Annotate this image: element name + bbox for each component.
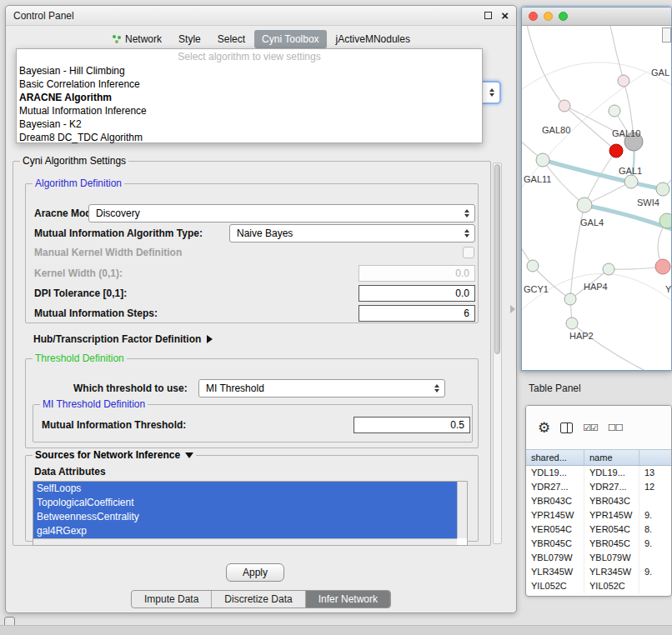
aracne-mode-select[interactable]: Discovery: [88, 204, 475, 222]
network-graph[interactable]: GALGAL80GAL10GAL1GAL11SWI4GAL4GCY1HAP4YH…: [522, 26, 671, 371]
network-node-gal11[interactable]: [536, 153, 549, 167]
deselect-all-icon[interactable]: ☐☐: [608, 422, 623, 433]
network-edge[interactable]: [543, 160, 663, 189]
network-edge[interactable]: [533, 266, 570, 299]
network-window-titlebar[interactable]: [522, 8, 671, 26]
minimize-traffic-light-icon[interactable]: [544, 12, 553, 21]
tab-network[interactable]: Network: [104, 30, 169, 48]
mi-type-select[interactable]: Naive Bayes: [229, 224, 475, 242]
table-row[interactable]: YBR045CYBR045C9.: [526, 537, 671, 551]
dropdown-option-bayesian-hill-climbing[interactable]: Bayesian - Hill Climbing: [17, 64, 482, 78]
network-node-gal80[interactable]: [559, 100, 570, 112]
settings-scrollbar-thumb[interactable]: [494, 164, 500, 354]
columns-icon[interactable]: [560, 422, 573, 433]
network-node-node-b[interactable]: [609, 105, 620, 117]
table-row[interactable]: YBL079WYBL079W: [526, 551, 671, 565]
tab-infer-network[interactable]: Infer Network: [306, 591, 390, 608]
network-node-swi4[interactable]: [656, 182, 669, 196]
table-row[interactable]: YER054CYER054C8.: [526, 522, 671, 537]
mi-threshold-title: MI Threshold Definition: [40, 398, 148, 410]
dropdown-option-dream8-dc-tdc-algorithm[interactable]: Dream8 DC_TDC Algorithm: [17, 131, 482, 144]
mi-steps-field[interactable]: 6: [359, 305, 475, 322]
network-node-gal4[interactable]: [577, 198, 592, 212]
manual-kernel-label: Manual Kernel Width Definition: [34, 247, 182, 258]
network-node-gal1[interactable]: [624, 175, 638, 188]
attribute-item-betweennesscentrality[interactable]: BetweennessCentrality: [33, 510, 457, 524]
network-node-hap4[interactable]: [564, 293, 576, 305]
network-node-green-node[interactable]: [659, 213, 671, 228]
attribute-item-gal4rgexp[interactable]: gal4RGexp: [33, 524, 457, 538]
network-scroll-corner[interactable]: [662, 28, 671, 42]
dropdown-option-basic-correlation-inference[interactable]: Basic Correlation Inference: [17, 78, 482, 91]
attribute-list-hscrollbar[interactable]: [33, 538, 457, 545]
table-cell: YER054C: [584, 522, 639, 537]
network-node-gcy1[interactable]: [527, 260, 539, 272]
dropdown-option-aracne-algorithm[interactable]: ARACNE Algorithm: [17, 91, 482, 104]
kernel-width-field[interactable]: 0.0: [359, 265, 475, 282]
network-node-node-a[interactable]: [618, 75, 629, 87]
table-cell: YER054C: [526, 522, 584, 537]
bottom-panel-strip: [0, 625, 672, 635]
tab-jactivemnodules[interactable]: jActiveMNodules: [328, 30, 418, 48]
network-canvas[interactable]: GALGAL80GAL10GAL1GAL11SWI4GAL4GCY1HAP4YH…: [522, 26, 671, 370]
dropdown-option-bayesian-k2[interactable]: Bayesian - K2: [17, 118, 482, 131]
table-row[interactable]: YBR043CYBR043C: [526, 494, 671, 508]
network-edge[interactable]: [522, 62, 671, 97]
table-row[interactable]: YDL19...YDL19...13: [526, 466, 671, 480]
column-header-shared[interactable]: shared...: [526, 450, 584, 465]
dpi-tolerance-field[interactable]: 0.0: [359, 285, 475, 302]
table-header: shared...name: [526, 449, 671, 466]
tab-impute-data[interactable]: Impute Data: [132, 591, 212, 608]
tab-style[interactable]: Style: [171, 30, 208, 48]
table-row[interactable]: YDR27...YDR27...12: [526, 480, 671, 494]
network-edge[interactable]: [609, 267, 663, 269]
network-icon: [112, 34, 122, 44]
gear-icon[interactable]: ⚙: [538, 421, 550, 435]
attribute-list-vscrollbar[interactable]: [457, 482, 467, 538]
table-cell: YIL052C: [584, 579, 639, 593]
network-node-red-node[interactable]: [609, 144, 623, 158]
which-threshold-select[interactable]: MI Threshold: [198, 379, 445, 398]
table-body: YDL19...YDL19...13YDR27...YDR27...12YBR0…: [526, 466, 671, 593]
attribute-item-selfloops[interactable]: SelfLoops: [33, 482, 457, 496]
mi-threshold-value: 0.5: [450, 419, 464, 431]
attribute-items: SelfLoopsTopologicalCoefficientBetweenne…: [33, 482, 457, 538]
table-cell: YLR345W: [526, 565, 584, 579]
network-edge[interactable]: [609, 26, 624, 81]
mi-threshold-field[interactable]: 0.5: [354, 417, 470, 433]
tab-select[interactable]: Select: [210, 30, 253, 48]
network-node-hap2[interactable]: [566, 318, 578, 329]
settings-scrollbar[interactable]: [493, 162, 502, 544]
table-cell: YIL052C: [526, 579, 584, 593]
tab-cyni-toolbox[interactable]: Cyni Toolbox: [254, 30, 326, 48]
tab-discretize-data[interactable]: Discretize Data: [212, 591, 305, 608]
table-cell: 8.: [639, 522, 672, 537]
apply-button[interactable]: Apply: [226, 563, 284, 582]
column-header-name[interactable]: name: [584, 450, 639, 465]
sources-title-toggle[interactable]: Sources for Network Inference: [33, 449, 196, 461]
table-cell: YBR043C: [526, 494, 584, 508]
network-edge[interactable]: [526, 26, 564, 106]
table-row[interactable]: YLR345WYLR345W9.: [526, 565, 671, 579]
kernel-width-value: 0.0: [455, 268, 469, 279]
select-all-icon[interactable]: ☑☑: [583, 422, 598, 433]
close-traffic-light-icon[interactable]: [529, 12, 538, 21]
zoom-traffic-light-icon[interactable]: [559, 12, 568, 21]
settings-group-title: Cyni Algorithm Settings: [20, 155, 128, 167]
manual-kernel-checkbox[interactable]: [463, 247, 474, 258]
panel-splitter-handle[interactable]: [510, 305, 515, 313]
network-view-window: GALGAL80GAL10GAL1GAL11SWI4GAL4GCY1HAP4YH…: [521, 7, 672, 371]
float-window-icon[interactable]: [484, 12, 492, 19]
attribute-item-topologicalcoefficient[interactable]: TopologicalCoefficient: [33, 496, 457, 510]
hub-section-toggle[interactable]: Hub/Transcription Factor Definition: [33, 333, 213, 345]
table-row[interactable]: YIL052CYIL052C: [526, 579, 671, 593]
close-icon[interactable]: ×: [501, 12, 509, 20]
mi-type-value: Naive Bayes: [237, 228, 293, 239]
data-attributes-list[interactable]: SelfLoopsTopologicalCoefficientBetweenne…: [33, 481, 468, 546]
network-node-node-c[interactable]: [603, 263, 614, 275]
table-cell: YDL19...: [526, 466, 584, 480]
network-node-pink-node[interactable]: [655, 259, 670, 274]
column-header-extra[interactable]: [639, 450, 672, 465]
table-row[interactable]: YPR145WYPR145W9.: [526, 508, 671, 522]
dropdown-option-mutual-information-inference[interactable]: Mutual Information Inference: [17, 104, 482, 118]
